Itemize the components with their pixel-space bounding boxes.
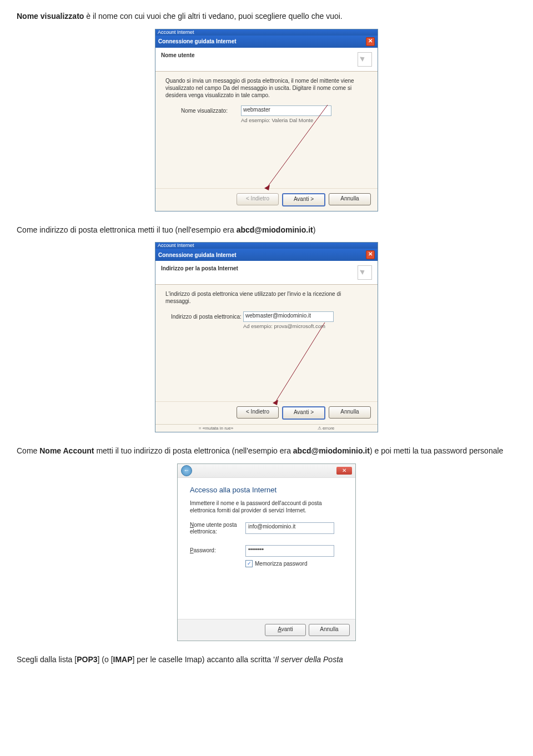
cancel-button[interactable]: Annulla [309,624,350,636]
wizard2-input-label: Indirizzo di posta elettronica: [171,314,243,320]
wizard1-wrap: Account Internet Connessione guidata Int… [17,29,516,211]
wizard2-title: Connessione guidata Internet [158,252,237,258]
next-button[interactable]: Avanti [265,624,306,636]
vista-description: Immettere il nome e la password dell'acc… [190,500,343,514]
back-button[interactable]: < Indietro [237,406,279,419]
wizard1-header-title: Nome utente [161,52,195,58]
remember-password-row: ✓ Memorizza password [245,560,343,567]
cancel-button[interactable]: Annulla [329,193,371,205]
intro-paragraph-4: Scegli dalla lista [POP3] (o [IMAP] per … [17,654,516,666]
wizard2-titlebar: Connessione guidata Internet ✕ [155,249,378,261]
back-button: < Indietro [237,193,279,205]
vista-dialog: ← ✕ Accesso alla posta Internet Immetter… [177,463,356,641]
intro-paragraph-2: Come indirizzo di posta elettronica mett… [17,225,516,236]
next-button[interactable]: Avanti > [282,193,325,206]
vista-user-label: Nome utente posta elettronica: [190,522,245,535]
vista-section-title: Accesso alla posta Internet [190,486,343,494]
cancel-button[interactable]: Annulla [329,406,371,419]
cursor-icon [358,265,372,280]
intro-paragraph-1: Nome visualizzato è il nome con cui vuoi… [17,11,516,22]
wizard2-dialog: Account Internet Connessione guidata Int… [155,242,378,432]
display-name-input[interactable]: webmaster [241,105,331,116]
arrow-annotation [269,322,330,406]
password-input[interactable]: •••••••• [245,545,334,557]
wizard1-header: Nome utente [155,48,378,72]
remember-password-label: Memorizza password [255,561,308,567]
wizard2-header-title: Indirizzo per la posta Internet [161,265,238,271]
wizard1-footer: < Indietro Avanti > Annulla [155,188,378,211]
wizard2-description: L'indirizzo di posta elettronica viene u… [165,290,368,305]
vista-content: Accesso alla posta Internet Immettere il… [178,478,355,619]
wizard1-form-row: Nome visualizzato: webmaster [181,105,368,116]
svg-line-2 [275,322,325,403]
wizard2-status-hint: = «mutata in rue» ⚠ errore [155,424,378,432]
vista-pass-label: Password: [190,547,245,554]
close-icon[interactable]: ✕ [336,467,352,475]
username-input[interactable]: info@miodominio.it [245,522,334,534]
wizard1-title: Connessione guidata Internet [158,38,237,44]
bold-term: Nome visualizzato [17,12,84,21]
wizard1-description: Quando si invia un messaggio di posta el… [165,77,368,99]
wizard1-titlebar: Connessione guidata Internet ✕ [155,36,378,48]
intro-paragraph-3: Come Nome Account metti il tuo indirizzo… [17,446,516,457]
wizard1-input-label: Nome visualizzato: [181,108,241,114]
next-button[interactable]: Avanti > [282,406,325,420]
wizard1-body: Quando si invia un messaggio di posta el… [155,72,378,188]
wizard1-dialog: Account Internet Connessione guidata Int… [155,29,378,211]
vista-footer: Avanti Annulla [178,619,355,641]
wizard2-footer: < Indietro Avanti > Annulla [155,401,378,424]
wizard2-parent-title: Account Internet [155,243,378,249]
email-input[interactable]: webmaster@miodominio.it [243,311,334,322]
wizard2-example: Ad esempio: prova@microsoft.com [243,323,368,329]
wizard2-wrap: Account Internet Connessione guidata Int… [17,242,516,432]
close-icon[interactable]: ✕ [366,37,375,46]
close-icon[interactable]: ✕ [366,250,375,259]
vista-top: ← ✕ [178,464,355,478]
cursor-icon [358,52,372,67]
wizard2-body: L'indirizzo di posta elettronica viene u… [155,285,378,401]
back-icon[interactable]: ← [181,465,192,476]
wizard1-example: Ad esempio: Valeria Dal Monte [241,117,368,123]
vista-pass-row: Password: •••••••• [190,545,343,557]
remember-password-checkbox[interactable]: ✓ [245,560,253,567]
wizard2-form-row: Indirizzo di posta elettronica: webmaste… [171,311,368,322]
vista-wrap: ← ✕ Accesso alla posta Internet Immetter… [17,463,516,641]
vista-user-row: Nome utente posta elettronica: info@miod… [190,522,343,535]
wizard2-header: Indirizzo per la posta Internet [155,261,378,285]
wizard1-parent-title: Account Internet [155,29,378,36]
